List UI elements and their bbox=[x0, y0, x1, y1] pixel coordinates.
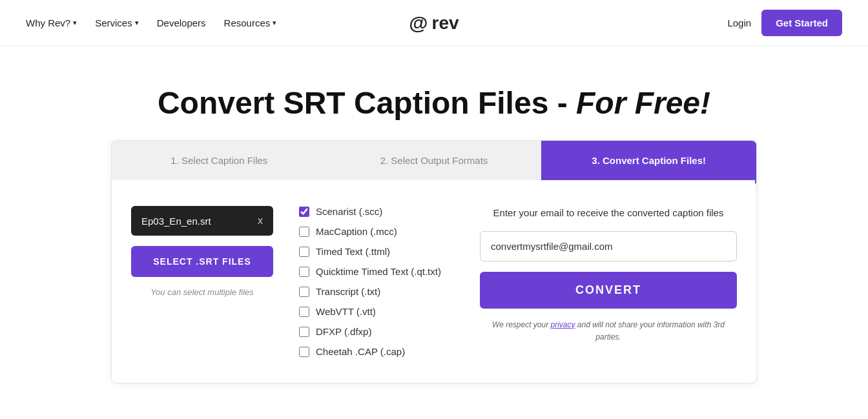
privacy-note: We respect your privacy and will not sha… bbox=[480, 319, 737, 343]
format-item: Cheetah .CAP (.cap) bbox=[299, 346, 454, 357]
page-header: Convert SRT Caption Files - For Free! bbox=[0, 46, 868, 140]
nav-developers[interactable]: Developers bbox=[157, 17, 206, 28]
format-label: WebVTT (.vtt) bbox=[316, 306, 376, 317]
convert-button[interactable]: CONVERT bbox=[480, 272, 737, 309]
privacy-link[interactable]: privacy bbox=[551, 320, 575, 329]
file-section: Ep03_En_en.srt x SELECT .SRT FILES You c… bbox=[131, 206, 273, 297]
card-body: Ep03_En_en.srt x SELECT .SRT FILES You c… bbox=[112, 180, 756, 383]
chevron-down-icon: ▾ bbox=[135, 19, 139, 27]
format-item: Quicktime Timed Text (.qt.txt) bbox=[299, 266, 454, 277]
nav-services[interactable]: Services ▾ bbox=[95, 17, 139, 28]
format-item: MacCaption (.mcc) bbox=[299, 226, 454, 237]
navbar: Why Rev? ▾ Services ▾ Developers Resourc… bbox=[0, 0, 868, 46]
chevron-down-icon: ▾ bbox=[273, 19, 276, 27]
format-list: Scenarist (.scc)MacCaption (.mcc)Timed T… bbox=[299, 206, 454, 357]
file-chip: Ep03_En_en.srt x bbox=[131, 206, 273, 236]
format-item: Transcript (.txt) bbox=[299, 286, 454, 297]
format-item: Timed Text (.ttml) bbox=[299, 246, 454, 257]
step-1[interactable]: 1. Select Caption Files bbox=[112, 141, 327, 180]
site-logo[interactable]: @ rev bbox=[409, 12, 459, 34]
format-checkbox[interactable] bbox=[299, 247, 309, 257]
step-3[interactable]: 3. Convert Caption Files! bbox=[541, 141, 756, 180]
format-item: WebVTT (.vtt) bbox=[299, 306, 454, 317]
email-input[interactable] bbox=[480, 231, 737, 261]
format-label: Transcript (.txt) bbox=[316, 286, 380, 297]
format-item: DFXP (.dfxp) bbox=[299, 326, 454, 337]
step-2[interactable]: 2. Select Output Formats bbox=[327, 141, 542, 180]
nav-right: Login Get Started bbox=[727, 10, 842, 36]
format-label: MacCaption (.mcc) bbox=[316, 226, 397, 237]
format-label: Cheetah .CAP (.cap) bbox=[316, 346, 405, 357]
format-label: Timed Text (.ttml) bbox=[316, 246, 390, 257]
main-card: 1. Select Caption Files 2. Select Output… bbox=[111, 140, 757, 383]
format-checkbox[interactable] bbox=[299, 227, 309, 237]
format-checkbox[interactable] bbox=[299, 287, 309, 297]
nav-why-rev[interactable]: Why Rev? ▾ bbox=[26, 17, 77, 28]
select-srt-button[interactable]: SELECT .SRT FILES bbox=[131, 246, 273, 277]
format-label: Quicktime Timed Text (.qt.txt) bbox=[316, 266, 441, 277]
email-section: Enter your email to receive the converte… bbox=[480, 206, 737, 343]
nav-left: Why Rev? ▾ Services ▾ Developers Resourc… bbox=[26, 17, 276, 28]
format-label: Scenarist (.scc) bbox=[316, 206, 382, 217]
format-label: DFXP (.dfxp) bbox=[316, 326, 371, 337]
email-label: Enter your email to receive the converte… bbox=[493, 206, 724, 221]
format-checkbox[interactable] bbox=[299, 347, 309, 357]
logo-text: rev bbox=[432, 13, 459, 34]
remove-file-button[interactable]: x bbox=[258, 215, 263, 227]
format-checkbox[interactable] bbox=[299, 207, 309, 217]
login-button[interactable]: Login bbox=[727, 17, 751, 28]
file-name: Ep03_En_en.srt bbox=[141, 216, 211, 227]
get-started-button[interactable]: Get Started bbox=[761, 10, 842, 36]
format-item: Scenarist (.scc) bbox=[299, 206, 454, 217]
page-title: Convert SRT Caption Files - For Free! bbox=[13, 85, 855, 121]
nav-resources[interactable]: Resources ▾ bbox=[224, 17, 277, 28]
logo-icon: @ bbox=[409, 12, 428, 34]
format-checkbox[interactable] bbox=[299, 307, 309, 317]
chevron-down-icon: ▾ bbox=[73, 19, 77, 27]
format-checkbox[interactable] bbox=[299, 327, 309, 337]
format-checkbox[interactable] bbox=[299, 267, 309, 277]
select-hint: You can select multiple files bbox=[150, 287, 254, 297]
steps-bar: 1. Select Caption Files 2. Select Output… bbox=[112, 141, 756, 180]
